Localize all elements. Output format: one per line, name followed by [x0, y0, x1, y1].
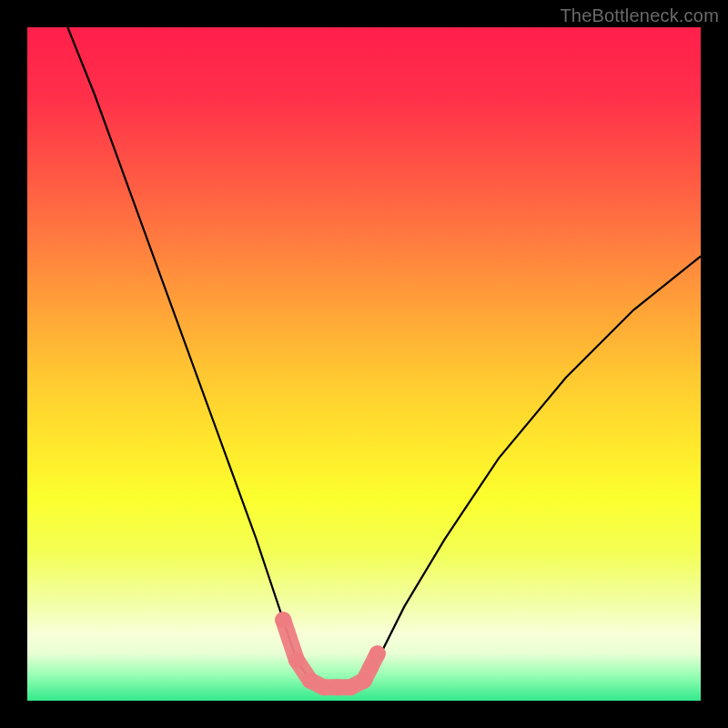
bottleneck-curve	[67, 27, 701, 687]
plot-area	[27, 27, 701, 701]
curve-line	[67, 27, 701, 687]
highlight-marker	[275, 612, 291, 628]
highlight-marker	[369, 645, 386, 662]
curve-layer	[27, 27, 701, 701]
highlight-marker	[288, 652, 305, 669]
watermark-text: TheBottleneck.com	[560, 5, 719, 26]
highlight-markers	[275, 612, 386, 695]
chart-stage: TheBottleneck.com	[0, 0, 728, 728]
